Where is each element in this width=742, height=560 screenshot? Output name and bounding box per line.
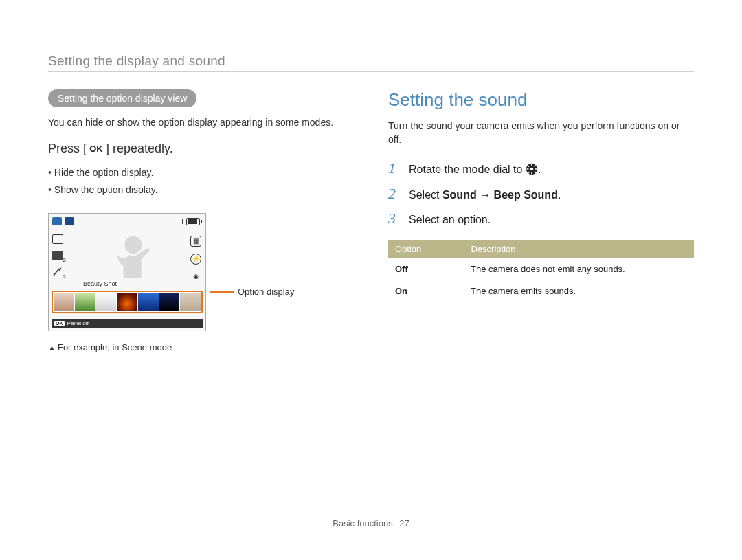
bullet-item: Hide the option display. bbox=[48, 164, 354, 181]
flash-icon: ⚡ bbox=[190, 254, 201, 265]
right-column: Setting the sound Turn the sound your ca… bbox=[388, 48, 694, 352]
svg-rect-4 bbox=[531, 164, 532, 166]
step-number: 2 bbox=[388, 185, 401, 203]
thumb bbox=[95, 293, 116, 311]
value-indicator: I bbox=[181, 218, 183, 225]
bullet-item: Show the option display. bbox=[48, 181, 354, 199]
camera-screenshot: I 2 2 ▦ ⚡ ❀ bbox=[48, 213, 206, 331]
options-table: Option Description Off The camera does n… bbox=[388, 240, 694, 302]
page-footer: Basic functions 27 bbox=[0, 518, 742, 528]
step-number: 1 bbox=[388, 159, 401, 177]
macro-icon: ❀ bbox=[190, 271, 201, 282]
page-columns: Setting the option display view You can … bbox=[0, 0, 742, 352]
right-icon-column: ▦ ⚡ ❀ bbox=[190, 236, 201, 282]
step-prefix: Rotate the mode dial to bbox=[409, 164, 526, 175]
focus-icon bbox=[52, 234, 63, 244]
thumb bbox=[138, 293, 159, 311]
ok-button-icon: OK bbox=[54, 321, 65, 326]
section-pill: Setting the option display view bbox=[48, 89, 196, 107]
step-number: 3 bbox=[388, 210, 401, 227]
callout-label: Option display bbox=[238, 287, 294, 297]
camera-figure: I 2 2 ▦ ⚡ ❀ bbox=[48, 213, 354, 331]
page-number: 27 bbox=[399, 518, 409, 528]
section-heading: Setting the sound bbox=[388, 89, 694, 111]
gear-icon bbox=[526, 163, 538, 178]
step-bold: Sound bbox=[442, 189, 477, 201]
battery-icon bbox=[186, 218, 200, 225]
step-prefix: Select bbox=[409, 189, 442, 201]
thumb bbox=[75, 293, 95, 311]
footer-section: Basic functions bbox=[333, 518, 392, 528]
intro-text: Turn the sound your camera emits when yo… bbox=[388, 119, 694, 147]
thumb bbox=[159, 293, 180, 311]
table-header-row: Option Description bbox=[388, 240, 694, 258]
description-cell: The camera emits sounds. bbox=[464, 280, 694, 302]
example-note: For example, in Scene mode bbox=[48, 342, 354, 352]
setting-icon: 2 bbox=[52, 267, 63, 277]
press-prefix: Press [ bbox=[48, 142, 87, 155]
svg-rect-5 bbox=[531, 172, 532, 174]
step-suffix: . bbox=[538, 164, 541, 175]
step-item: 1 Rotate the mode dial to . bbox=[388, 159, 694, 178]
ok-button-icon: OK bbox=[87, 144, 106, 155]
header-rule bbox=[48, 71, 694, 72]
intro-text: You can hide or show the option display … bbox=[48, 115, 354, 129]
panel-off-label: Panel off bbox=[67, 320, 89, 326]
step-text: Rotate the mode dial to . bbox=[409, 163, 541, 178]
table-header: Option bbox=[388, 240, 464, 258]
mode-icon bbox=[65, 217, 74, 225]
setting-icon: 2 bbox=[52, 251, 63, 260]
press-suffix: ] repeatedly. bbox=[106, 142, 173, 155]
step-item: 2 Select Sound → Beep Sound. bbox=[388, 185, 694, 203]
breadcrumb-title: Setting the display and sound bbox=[48, 54, 225, 69]
mode-icon bbox=[52, 217, 62, 225]
table-row: Off The camera does not emit any sounds. bbox=[388, 258, 694, 280]
table-row: On The camera emits sounds. bbox=[388, 280, 694, 302]
thumb bbox=[54, 293, 74, 311]
thumb bbox=[117, 293, 137, 311]
step-text: Select Sound → Beep Sound. bbox=[409, 189, 561, 201]
mode-label: Beauty Shot bbox=[80, 280, 120, 288]
left-icon-column: 2 2 bbox=[52, 234, 63, 277]
step-list: 1 Rotate the mode dial to . 2 Select Sou… bbox=[388, 159, 694, 227]
step-text: Select an option. bbox=[409, 214, 491, 226]
thumb bbox=[180, 293, 201, 311]
svg-text:OK: OK bbox=[89, 144, 103, 154]
table-header: Description bbox=[464, 240, 694, 258]
quality-icon: ▦ bbox=[190, 236, 201, 247]
step-bold: Beep Sound bbox=[494, 189, 558, 201]
step-suffix: . bbox=[558, 189, 561, 201]
step-item: 3 Select an option. bbox=[388, 210, 694, 227]
description-cell: The camera does not emit any sounds. bbox=[464, 258, 694, 280]
top-right-status: I bbox=[181, 218, 200, 225]
bullet-list: Hide the option display. Show the option… bbox=[48, 164, 354, 199]
option-cell: On bbox=[388, 280, 464, 302]
arrow-icon: → bbox=[477, 189, 494, 201]
svg-rect-7 bbox=[535, 168, 537, 170]
panel-off-bar: OK Panel off bbox=[52, 319, 203, 328]
top-left-icons bbox=[52, 217, 74, 225]
left-column: Setting the option display view You can … bbox=[48, 48, 354, 352]
svg-rect-6 bbox=[526, 168, 528, 170]
option-cell: Off bbox=[388, 258, 464, 280]
svg-point-3 bbox=[530, 167, 534, 170]
option-thumbnail-strip bbox=[52, 291, 203, 313]
callout-line bbox=[210, 291, 234, 293]
press-instruction: Press [OK] repeatedly. bbox=[48, 142, 354, 156]
